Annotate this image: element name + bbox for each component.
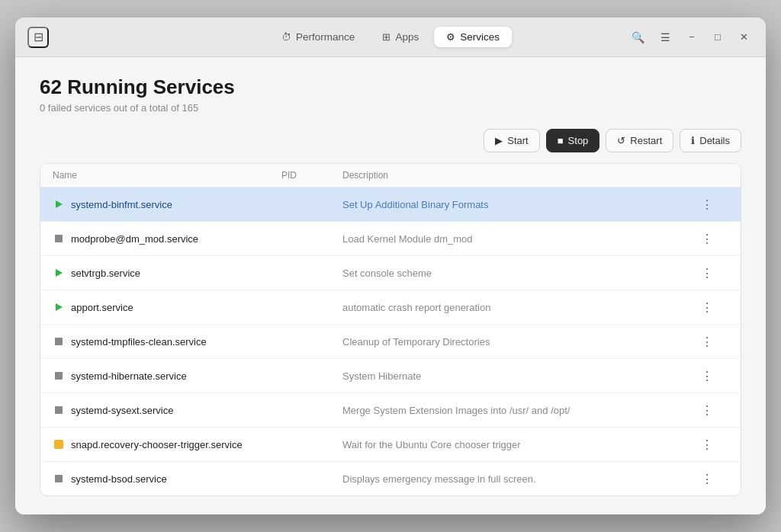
warning-icon xyxy=(53,438,65,450)
restart-label: Restart xyxy=(630,135,662,146)
menu-icon: ☰ xyxy=(660,31,670,43)
col-desc-header: Description xyxy=(342,170,698,181)
service-name: setvtrgb.service xyxy=(53,267,281,279)
row-menu-button[interactable]: ⋮ xyxy=(698,435,716,453)
stop-label: Stop xyxy=(568,135,589,146)
content-area: 62 Running Services 0 failed services ou… xyxy=(15,57,766,514)
service-description: Load Kernel Module dm_mod xyxy=(342,233,698,245)
service-name: systemd-sysext.service xyxy=(53,404,281,416)
stop-icon: ■ xyxy=(558,135,564,146)
service-description: Wait for the Ubuntu Core chooser trigger xyxy=(342,439,698,450)
apps-icon: ⊞ xyxy=(382,31,390,43)
services-table: Name PID Description systemd-binfmt.serv… xyxy=(40,163,741,496)
table-row[interactable]: systemd-sysext.service Merge System Exte… xyxy=(40,393,741,428)
minimize-icon: − xyxy=(689,31,695,43)
service-name: snapd.recovery-chooser-trigger.service xyxy=(53,438,281,450)
close-button[interactable]: ✕ xyxy=(734,27,754,47)
titlebar-right: 🔍 ☰ − □ ✕ xyxy=(627,27,754,48)
titlebar-left: ⊟ xyxy=(27,27,49,48)
performance-icon: ⏱ xyxy=(281,31,291,43)
stopped-icon xyxy=(53,335,65,348)
service-name: systemd-bsod.service xyxy=(53,473,281,485)
table-row[interactable]: systemd-binfmt.service Set Up Additional… xyxy=(40,187,741,222)
service-name: systemd-hibernate.service xyxy=(53,370,281,382)
col-menu-header xyxy=(698,170,728,181)
running-icon xyxy=(53,198,65,210)
menu-button[interactable]: ☰ xyxy=(654,27,676,48)
start-button[interactable]: ▶ Start xyxy=(484,129,539,152)
table-row[interactable]: setvtrgb.service Set console scheme ⋮ xyxy=(40,256,741,290)
table-header: Name PID Description xyxy=(40,164,741,187)
tab-services-label: Services xyxy=(460,31,500,43)
page-header: 62 Running Services 0 failed services ou… xyxy=(40,75,741,114)
service-name: apport.service xyxy=(53,301,281,313)
running-icon xyxy=(53,301,65,313)
tab-services[interactable]: ⚙ Services xyxy=(434,27,512,47)
tab-apps[interactable]: ⊞ Apps xyxy=(370,27,431,47)
services-icon: ⚙ xyxy=(446,31,455,43)
service-description: Set console scheme xyxy=(342,268,698,279)
titlebar-tabs: ⏱ Performance ⊞ Apps ⚙ Services xyxy=(269,27,512,47)
search-icon: 🔍 xyxy=(632,31,644,43)
col-name-header: Name xyxy=(53,170,281,181)
close-icon: ✕ xyxy=(740,31,748,43)
tab-performance[interactable]: ⏱ Performance xyxy=(269,27,367,47)
running-icon xyxy=(53,267,65,279)
table-row[interactable]: systemd-tmpfiles-clean.service Cleanup o… xyxy=(40,325,741,359)
service-description: Displays emergency message in full scree… xyxy=(342,473,698,485)
table-row[interactable]: systemd-bsod.service Displays emergency … xyxy=(40,462,741,495)
minimize-button[interactable]: − xyxy=(682,27,702,47)
table-row[interactable]: modprobe@dm_mod.service Load Kernel Modu… xyxy=(40,222,741,256)
service-description: Merge System Extension Images into /usr/… xyxy=(342,405,698,416)
service-name: systemd-tmpfiles-clean.service xyxy=(53,335,281,348)
service-name: systemd-binfmt.service xyxy=(53,198,281,210)
service-description: Set Up Additional Binary Formats xyxy=(342,199,698,210)
stopped-icon xyxy=(53,404,65,416)
table-row[interactable]: snapd.recovery-chooser-trigger.service W… xyxy=(40,428,741,462)
table-body: systemd-binfmt.service Set Up Additional… xyxy=(40,187,741,495)
page-title: 62 Running Services xyxy=(40,75,741,99)
tab-apps-label: Apps xyxy=(395,31,419,43)
stopped-icon xyxy=(53,473,65,485)
row-menu-button[interactable]: ⋮ xyxy=(698,264,716,282)
sidebar-toggle-button[interactable]: ⊟ xyxy=(27,27,49,48)
page-subtitle: 0 failed services out of a total of 165 xyxy=(40,102,741,114)
start-icon: ▶ xyxy=(495,135,503,146)
row-menu-button[interactable]: ⋮ xyxy=(698,229,716,248)
start-label: Start xyxy=(507,135,528,146)
row-menu-button[interactable]: ⋮ xyxy=(698,195,716,213)
service-description: automatic crash report generation xyxy=(342,302,698,313)
details-label: Details xyxy=(699,135,730,146)
service-description: System Hibernate xyxy=(342,370,698,382)
maximize-button[interactable]: □ xyxy=(708,27,728,47)
stopped-icon xyxy=(53,370,65,382)
stop-button[interactable]: ■ Stop xyxy=(546,129,600,152)
stopped-icon xyxy=(53,232,65,245)
service-name: modprobe@dm_mod.service xyxy=(53,232,281,245)
details-button[interactable]: ℹ Details xyxy=(680,129,741,152)
main-window: ⊟ ⏱ Performance ⊞ Apps ⚙ Services 🔍 ☰ xyxy=(15,18,766,514)
row-menu-button[interactable]: ⋮ xyxy=(698,401,716,419)
service-description: Cleanup of Temporary Directories xyxy=(342,336,698,348)
action-toolbar: ▶ Start ■ Stop ↺ Restart ℹ Details xyxy=(40,129,741,152)
restart-icon: ↺ xyxy=(617,135,625,146)
col-pid-header: PID xyxy=(281,170,342,181)
search-button[interactable]: 🔍 xyxy=(627,27,648,48)
row-menu-button[interactable]: ⋮ xyxy=(698,470,716,488)
table-row[interactable]: systemd-hibernate.service System Hiberna… xyxy=(40,359,741,393)
maximize-icon: □ xyxy=(715,31,721,43)
details-icon: ℹ xyxy=(691,135,695,146)
row-menu-button[interactable]: ⋮ xyxy=(698,332,716,351)
tab-performance-label: Performance xyxy=(296,31,355,43)
row-menu-button[interactable]: ⋮ xyxy=(698,367,716,385)
titlebar: ⊟ ⏱ Performance ⊞ Apps ⚙ Services 🔍 ☰ xyxy=(15,18,766,57)
sidebar-icon: ⊟ xyxy=(34,30,43,44)
restart-button[interactable]: ↺ Restart xyxy=(606,129,673,152)
table-row[interactable]: apport.service automatic crash report ge… xyxy=(40,290,741,325)
row-menu-button[interactable]: ⋮ xyxy=(698,298,716,316)
